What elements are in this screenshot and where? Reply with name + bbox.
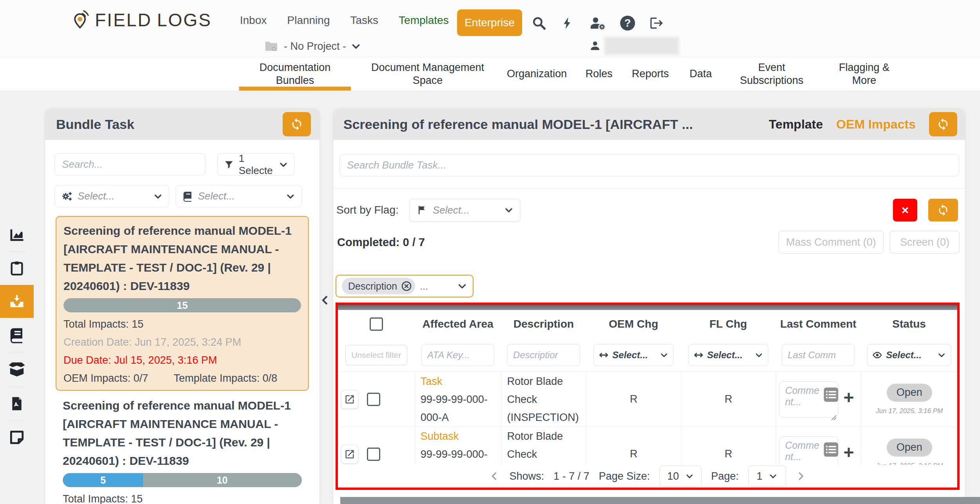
add-comment-button[interactable]: +	[844, 443, 854, 461]
status-badge[interactable]: Open	[887, 384, 932, 402]
bottom-scrollbar[interactable]	[340, 497, 980, 504]
screening-title: Screening of reference manual MODEL-1 [A…	[343, 117, 755, 132]
rail-box-open-icon[interactable]	[0, 353, 34, 386]
rail-book-icon[interactable]	[0, 319, 34, 352]
tab-reports[interactable]: Reports	[629, 57, 672, 91]
description-filter-input[interactable]	[507, 344, 580, 366]
last-comment-filter-input[interactable]	[782, 344, 855, 366]
chevron-down-icon	[660, 351, 668, 359]
current-user[interactable]	[589, 37, 679, 55]
tab-data[interactable]: Data	[686, 57, 715, 91]
row-type[interactable]: Task	[421, 372, 443, 390]
row-checkbox[interactable]	[367, 448, 380, 461]
page-select[interactable]: 1	[748, 466, 786, 487]
row-type[interactable]: Subtask	[421, 427, 459, 445]
template-impacts: Template Impacts: 0/8	[174, 372, 277, 384]
description-filter-chip[interactable]: Description	[342, 278, 415, 294]
tab-documentation-bundles[interactable]: Documentation Bundles	[239, 57, 351, 91]
status-badge[interactable]: Open	[887, 439, 932, 457]
user-name-redacted	[604, 37, 679, 55]
row-fl-chg: R	[681, 372, 776, 426]
fl-chg-filter-value: Select...	[707, 350, 743, 361]
add-comment-button[interactable]: +	[844, 388, 854, 406]
nav-tasks[interactable]: Tasks	[350, 14, 378, 27]
oem-chg-filter-value: Select...	[612, 350, 648, 361]
tab-document-management-space[interactable]: Document Management Space	[365, 57, 490, 91]
user-gear-icon[interactable]	[589, 16, 606, 31]
bundle-filter-dropdown[interactable]: 1 Selecte	[217, 153, 295, 176]
mass-comment-button[interactable]: Mass Comment (0)	[779, 231, 884, 254]
sort-by-flag-label: Sort by Flag:	[336, 204, 399, 216]
funnel-icon	[224, 160, 234, 170]
horizontal-scrollbar[interactable]	[338, 305, 957, 310]
sign-out-icon[interactable]	[649, 16, 664, 31]
chip-label: Description	[348, 281, 397, 292]
rail-bundle-tray-icon[interactable]	[0, 285, 34, 318]
tab-event-subscriptions[interactable]: Event Subscriptions	[730, 57, 814, 91]
ata-key-filter-input[interactable]	[421, 344, 494, 366]
progress-segment: 5	[63, 473, 143, 487]
comment-list-icon[interactable]	[823, 442, 839, 457]
rail-file-pdf-icon[interactable]	[0, 387, 34, 420]
resize-handle-icon[interactable]	[831, 411, 837, 423]
tab-flagging-more[interactable]: Flagging & More	[828, 57, 900, 91]
table-refresh-button[interactable]	[928, 199, 958, 221]
open-external-icon[interactable]	[341, 390, 358, 409]
page-prev-icon[interactable]	[489, 471, 500, 482]
row-description: Rotor Blade Check (INSPECTION)	[507, 372, 581, 426]
row-ata-key: 99-99-99-000-000-A	[421, 390, 496, 426]
clear-button[interactable]: ×	[893, 199, 917, 221]
project-selector[interactable]: - No Project -	[263, 38, 361, 54]
nav-planning[interactable]: Planning	[287, 14, 330, 27]
nav-templates[interactable]: Templates	[399, 14, 449, 27]
rail-chart-area-icon[interactable]	[0, 219, 34, 252]
sort-flag-select[interactable]: Select...	[410, 199, 520, 221]
sync-icon	[290, 118, 303, 131]
tab-roles[interactable]: Roles	[583, 57, 615, 91]
page-size-select[interactable]: 10	[659, 466, 702, 487]
fl-chg-filter-select[interactable]: Select...	[688, 344, 768, 366]
nav-inbox[interactable]: Inbox	[240, 14, 267, 27]
status-filter-select[interactable]: Select...	[867, 344, 951, 366]
page-label: Page:	[711, 470, 739, 482]
unselect-filter-button[interactable]: Unselect filter	[345, 345, 407, 365]
oem-chg-filter-select[interactable]: Select...	[593, 344, 673, 366]
select-all-checkbox[interactable]	[370, 317, 383, 331]
page-value: 1	[757, 470, 762, 482]
bundle-refresh-button[interactable]	[283, 112, 311, 136]
brand-logo[interactable]: FIELDLOGS	[70, 9, 212, 31]
panel-collapse-handle[interactable]	[319, 292, 331, 310]
bundle-card[interactable]: Screening of reference manual MODEL-1 [A…	[56, 392, 309, 504]
gears-icon	[61, 190, 73, 202]
screen-button[interactable]: Screen (0)	[890, 231, 960, 254]
divider	[333, 188, 965, 189]
bundle-settings-select-value: Select...	[78, 190, 114, 202]
chevron-down-icon	[286, 192, 295, 201]
folder-gear-icon	[263, 38, 279, 54]
rail-clipboard-icon[interactable]	[0, 252, 34, 285]
fieldlogs-pin-icon	[70, 10, 90, 30]
chevron-down-icon	[685, 472, 694, 480]
bundle-book-select[interactable]: Select...	[176, 185, 302, 207]
col-status: Status	[861, 318, 957, 330]
enterprise-button[interactable]: Enterprise	[457, 9, 522, 36]
page-next-icon[interactable]	[795, 471, 806, 482]
rail-sticky-note-icon[interactable]	[0, 421, 34, 454]
bolt-icon[interactable]	[561, 16, 575, 30]
bundle-task-search-input[interactable]	[339, 154, 959, 176]
help-icon[interactable]: ?	[620, 16, 635, 31]
circle-x-icon[interactable]	[401, 281, 412, 292]
bundle-search-input[interactable]	[54, 153, 205, 176]
tab-organization[interactable]: Organization	[505, 57, 569, 91]
open-external-icon[interactable]	[341, 445, 358, 464]
bundle-card-progressbar: 15	[64, 298, 301, 312]
bundle-card-selected[interactable]: Screening of reference manual MODEL-1 [A…	[56, 216, 309, 391]
search-icon[interactable]	[532, 16, 546, 31]
screening-refresh-button[interactable]	[929, 112, 957, 136]
bundle-settings-select[interactable]: Select...	[54, 185, 169, 207]
eye-icon	[872, 350, 882, 360]
comment-list-icon[interactable]	[823, 387, 839, 402]
row-checkbox[interactable]	[367, 393, 380, 406]
oem-impacts-badge[interactable]: OEM Impacts	[836, 117, 916, 132]
column-filter-chipbox[interactable]: Description ...	[336, 275, 474, 297]
